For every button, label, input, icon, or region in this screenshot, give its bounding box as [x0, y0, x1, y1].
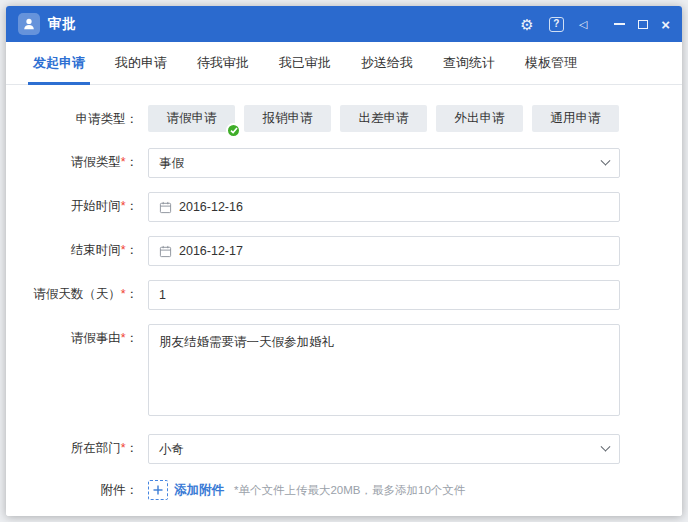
tab-label: 抄送给我 [361, 54, 413, 72]
end-date-value: 2016-12-17 [179, 244, 243, 258]
leave-type-select[interactable]: 事假 [148, 148, 620, 178]
tab-label: 查询统计 [443, 54, 495, 72]
type-button-going-out[interactable]: 外出申请 [436, 105, 523, 132]
type-button-business-trip[interactable]: 出差申请 [340, 105, 427, 132]
label-colon: ： [126, 483, 139, 497]
calendar-icon [159, 245, 172, 258]
selected-check-icon [226, 123, 241, 138]
type-button-label: 外出申请 [455, 110, 505, 127]
minimize-button[interactable] [614, 23, 625, 25]
leave-reason-row: 请假事由*： 朋友结婚需要请一天假参加婚礼 [6, 324, 682, 420]
end-date-picker[interactable]: 2016-12-17 [148, 236, 620, 266]
apply-type-options: 请假申请 报销申请 出差申请 外出申请 通用申请 [148, 105, 620, 134]
tab-my-requests[interactable]: 我的申请 [100, 42, 182, 84]
leave-reason-textarea[interactable]: 朋友结婚需要请一天假参加婚礼 [148, 324, 620, 416]
type-button-label: 通用申请 [551, 110, 601, 127]
leave-days-label: 请假天数（天）*： [6, 280, 148, 310]
leave-days-input[interactable] [148, 280, 620, 310]
maximize-icon [638, 20, 648, 29]
plus-icon [148, 480, 168, 500]
titlebar-actions: ⚙ ? ◁ × [505, 17, 670, 32]
start-date-label: 开始时间*： [6, 192, 148, 222]
chevron-down-icon [601, 155, 611, 165]
attachment-hint: *单个文件上传最大20MB，最多添加10个文件 [234, 483, 465, 498]
department-select[interactable]: 小奇 [148, 434, 620, 464]
tab-create-request[interactable]: 发起申请 [18, 42, 100, 84]
start-date-row: 开始时间*： 2016-12-16 [6, 192, 682, 222]
label-colon: ： [126, 112, 139, 126]
tab-label: 发起申请 [33, 54, 85, 72]
chevron-down-icon [601, 441, 611, 451]
window-controls: × [601, 17, 670, 32]
back-arrow-icon[interactable]: ◁ [579, 19, 587, 30]
tab-label: 待我审批 [197, 54, 249, 72]
label-colon: ： [126, 331, 139, 345]
department-value: 小奇 [159, 441, 184, 458]
label-colon: ： [126, 155, 139, 169]
app-logo-user-icon [18, 13, 40, 35]
calendar-icon [159, 201, 172, 214]
settings-gear-icon[interactable]: ⚙ [520, 17, 533, 32]
tab-bar: 发起申请 我的申请 待我审批 我已审批 抄送给我 查询统计 模板管理 [6, 42, 682, 85]
start-date-picker[interactable]: 2016-12-16 [148, 192, 620, 222]
type-button-leave[interactable]: 请假申请 [148, 105, 235, 132]
label-text: 附件 [101, 483, 126, 497]
tab-query-statistics[interactable]: 查询统计 [428, 42, 510, 84]
add-attachment-button[interactable]: 添加附件 [148, 480, 224, 500]
tab-label: 我已审批 [279, 54, 331, 72]
attachment-label: 附件： [6, 478, 148, 502]
leave-reason-label: 请假事由*： [6, 324, 148, 420]
help-icon[interactable]: ? [549, 17, 564, 32]
type-button-reimbursement[interactable]: 报销申请 [244, 105, 331, 132]
request-form: 申请类型： 请假申请 报销申请 出差申请 外出申请 通用申请 请假类型*： [6, 85, 682, 516]
leave-type-label: 请假类型*： [6, 148, 148, 178]
end-date-label: 结束时间*： [6, 236, 148, 266]
department-label: 所在部门*： [6, 434, 148, 464]
label-colon: ： [126, 287, 139, 301]
tab-label: 我的申请 [115, 54, 167, 72]
window-title: 审批 [48, 15, 77, 33]
department-row: 所在部门*： 小奇 [6, 434, 682, 464]
label-text: 请假天数（天） [33, 287, 121, 301]
label-text: 申请类型 [76, 112, 126, 126]
tab-approved-by-me[interactable]: 我已审批 [264, 42, 346, 84]
approval-window: 审批 ⚙ ? ◁ × 发起申请 我的申请 待我审批 我已审批 抄送给我 查询统计… [6, 6, 682, 516]
apply-type-label: 申请类型： [6, 105, 148, 134]
minimize-icon [614, 23, 625, 25]
attachment-row: 附件： 添加附件 *单个文件上传最大20MB，最多添加10个文件 [6, 478, 682, 502]
tab-cc-to-me[interactable]: 抄送给我 [346, 42, 428, 84]
start-date-value: 2016-12-16 [179, 200, 243, 214]
tab-pending-my-approval[interactable]: 待我审批 [182, 42, 264, 84]
label-text: 所在部门 [71, 441, 121, 455]
leave-days-row: 请假天数（天）*： [6, 280, 682, 310]
titlebar: 审批 ⚙ ? ◁ × [6, 6, 682, 42]
type-button-label: 请假申请 [167, 110, 217, 127]
apply-type-row: 申请类型： 请假申请 报销申请 出差申请 外出申请 通用申请 [6, 105, 682, 134]
desktop-background: 审批 ⚙ ? ◁ × 发起申请 我的申请 待我审批 我已审批 抄送给我 查询统计… [0, 0, 688, 522]
maximize-button[interactable] [638, 20, 648, 29]
label-colon: ： [126, 199, 139, 213]
close-button[interactable]: × [661, 17, 670, 32]
leave-type-row: 请假类型*： 事假 [6, 148, 682, 178]
end-date-row: 结束时间*： 2016-12-17 [6, 236, 682, 266]
label-text: 结束时间 [71, 243, 121, 257]
help-question-mark: ? [549, 17, 564, 32]
tab-label: 模板管理 [525, 54, 577, 72]
tab-template-management[interactable]: 模板管理 [510, 42, 592, 84]
label-colon: ： [126, 243, 139, 257]
label-text: 请假事由 [71, 331, 121, 345]
leave-type-value: 事假 [159, 155, 184, 172]
type-button-label: 出差申请 [359, 110, 409, 127]
label-colon: ： [126, 441, 139, 455]
label-text: 请假类型 [71, 155, 121, 169]
type-button-general[interactable]: 通用申请 [532, 105, 619, 132]
label-text: 开始时间 [71, 199, 121, 213]
add-attachment-label: 添加附件 [174, 482, 224, 499]
type-button-label: 报销申请 [263, 110, 313, 127]
